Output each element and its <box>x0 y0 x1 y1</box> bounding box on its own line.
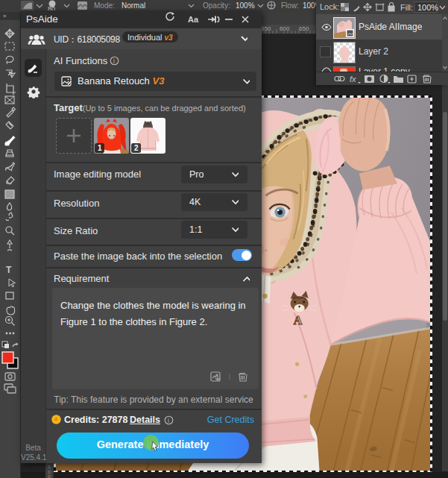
svg-text:100%: 100% <box>417 3 438 12</box>
svg-text:Flow:: Flow: <box>281 1 299 10</box>
svg-text:Fill:: Fill: <box>400 3 413 12</box>
svg-text:T: T <box>6 265 12 275</box>
svg-text:A: A <box>294 314 303 327</box>
svg-text:100%: 100% <box>236 1 255 10</box>
svg-text:Normal: Normal <box>122 1 145 10</box>
svg-text:2: 2 <box>134 144 139 152</box>
svg-text:Opacity:: Opacity: <box>203 1 230 10</box>
svg-text:i: i <box>113 57 115 65</box>
svg-text:650: 650 <box>299 25 309 32</box>
svg-text:Mode:: Mode: <box>94 1 115 10</box>
svg-text:550: 550 <box>261 25 271 32</box>
svg-text:Aa: Aa <box>188 15 199 24</box>
svg-text:i: i <box>168 417 169 424</box>
svg-text:600: 600 <box>280 25 290 32</box>
svg-text:1: 1 <box>98 144 102 152</box>
svg-text:fx: fx <box>350 75 356 84</box>
